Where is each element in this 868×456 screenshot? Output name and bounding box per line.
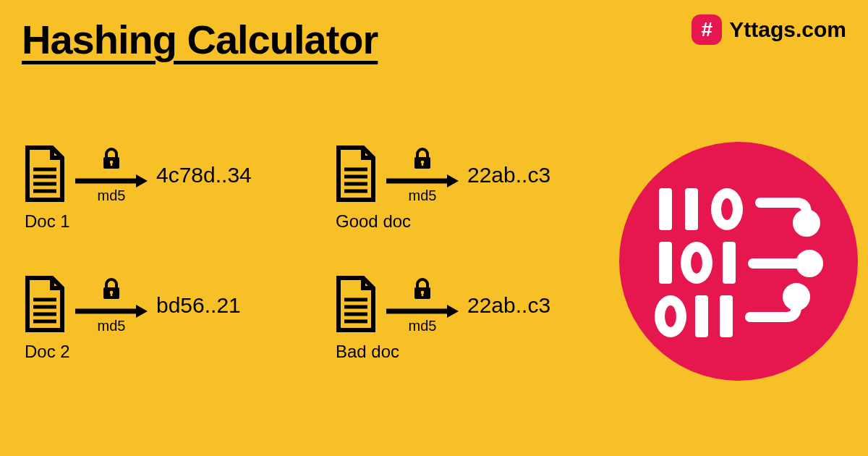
- svg-rect-41: [720, 295, 733, 337]
- svg-point-43: [801, 255, 818, 272]
- svg-rect-15: [422, 163, 423, 166]
- svg-marker-8: [136, 174, 148, 187]
- svg-rect-24: [111, 293, 112, 296]
- doc-label: Good doc: [336, 211, 615, 232]
- svg-marker-35: [447, 305, 459, 318]
- brand-logo: # Yttags.com: [692, 14, 846, 45]
- doc-label: Doc 2: [25, 342, 304, 362]
- svg-rect-39: [723, 242, 736, 284]
- hash-value: bd56..21: [156, 293, 241, 318]
- svg-point-42: [798, 214, 815, 232]
- svg-marker-26: [136, 305, 148, 318]
- lock-icon: [99, 277, 124, 305]
- doc-label: Doc 1: [25, 211, 304, 232]
- algo-label: md5: [98, 187, 126, 204]
- page-title: Hashing Calculator: [22, 16, 378, 63]
- hash-item: md5 bd56..21 Doc 2: [22, 275, 304, 362]
- svg-marker-17: [447, 174, 459, 187]
- hashing-diagram: md5 4c78d..34 Doc 1: [22, 145, 615, 362]
- hash-value: 22ab..c3: [467, 293, 550, 318]
- hash-item: md5 4c78d..34 Doc 1: [22, 145, 304, 232]
- binary-circuit-icon: [619, 142, 858, 381]
- brand-name: Yttags.com: [729, 17, 846, 42]
- svg-rect-37: [685, 188, 698, 230]
- algo-label: md5: [98, 318, 126, 334]
- algo-label: md5: [409, 187, 437, 204]
- svg-point-44: [788, 288, 805, 305]
- hashtag-icon: #: [692, 14, 722, 45]
- hash-value: 22ab..c3: [467, 163, 550, 187]
- svg-rect-38: [659, 242, 672, 284]
- document-icon: [333, 275, 379, 336]
- document-icon: [333, 145, 379, 206]
- hash-value: 4c78d..34: [156, 163, 252, 187]
- lock-icon: [99, 147, 124, 174]
- hash-item: md5 22ab..c3 Bad doc: [333, 275, 615, 362]
- svg-rect-40: [695, 295, 708, 337]
- doc-label: Bad doc: [336, 342, 615, 362]
- lock-icon: [410, 147, 435, 174]
- lock-icon: [410, 277, 435, 305]
- svg-rect-6: [111, 163, 112, 166]
- document-icon: [22, 145, 68, 206]
- algo-label: md5: [409, 318, 437, 334]
- svg-rect-33: [422, 293, 423, 296]
- document-icon: [22, 275, 68, 336]
- svg-rect-36: [659, 188, 672, 230]
- hash-item: md5 22ab..c3 Good doc: [333, 145, 615, 232]
